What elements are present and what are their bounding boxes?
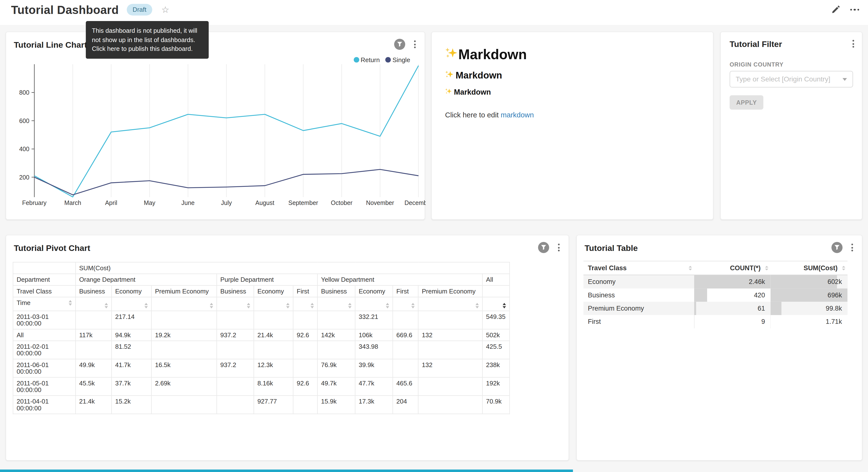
pivot-value-cell: 117k <box>75 329 112 341</box>
scroll-indicator[interactable] <box>0 469 573 472</box>
filter-card-title: Tutorial Filter <box>730 39 850 49</box>
page-title: Tutorial Dashboard <box>11 3 119 16</box>
markdown-card: Markdown Markdown Markdown Click here to… <box>431 32 714 220</box>
svg-text:December: December <box>404 199 426 206</box>
pivot-kebab-icon[interactable] <box>556 243 562 253</box>
sort-icon[interactable] <box>247 303 250 308</box>
svg-text:April: April <box>105 199 117 206</box>
pivot-value-cell <box>217 395 254 414</box>
svg-text:800: 800 <box>19 89 29 96</box>
edit-pencil-icon[interactable] <box>831 5 840 14</box>
sparkles-icon <box>445 88 452 96</box>
line-chart-card: Tutorial Line Chart ReturnSingle 2004006… <box>6 32 425 220</box>
pivot-value-cell: 49.7k <box>317 377 355 395</box>
table-cell-travel-class: Business <box>583 289 694 302</box>
pivot-value-cell: 76.9k <box>317 359 355 377</box>
pivot-value-cell: 106k <box>355 329 393 341</box>
select-placeholder: Type or Select [Origin Country] <box>736 75 843 83</box>
origin-country-select[interactable]: Type or Select [Origin Country] <box>730 71 853 88</box>
sort-icon[interactable] <box>386 303 389 308</box>
dashboard-page: Tutorial Dashboard Draft ☆ This dashboar… <box>0 0 868 472</box>
filter-indicator-icon[interactable] <box>538 242 549 253</box>
sort-icon[interactable] <box>688 266 692 270</box>
markdown-edit-link[interactable]: markdown <box>501 111 534 119</box>
sort-icon[interactable] <box>503 303 506 308</box>
sort-icon[interactable] <box>311 303 314 308</box>
pivot-sort-cell <box>355 297 393 311</box>
pivot-value-cell: 669.6 <box>393 329 418 341</box>
pivot-value-cell: 21.4k <box>254 329 293 341</box>
table-cell-value: 99.8k <box>770 302 847 315</box>
pivot-column-header: Premium Economy <box>418 286 483 297</box>
pivot-value-cell: 425.5 <box>483 341 509 359</box>
svg-text:September: September <box>288 199 318 206</box>
pivot-value-cell: 927.77 <box>254 395 293 414</box>
pivot-column-group-header: Yellow Department <box>317 274 483 286</box>
column-header[interactable]: COUNT(*) <box>694 261 770 275</box>
pivot-value-cell: 17.3k <box>355 395 393 414</box>
table-card: Tutorial Table Travel ClassCOUNT(*)SUM(C… <box>576 235 862 461</box>
favorite-star-icon[interactable]: ☆ <box>161 4 169 15</box>
pivot-value-cell: 465.6 <box>393 377 418 395</box>
pivot-value-cell <box>293 395 318 414</box>
filter-indicator-icon[interactable] <box>394 39 405 50</box>
pivot-chart-title: Tutorial Pivot Chart <box>14 243 538 252</box>
pivot-sort-cell <box>393 297 418 311</box>
pivot-value-cell: 92.6 <box>293 377 318 395</box>
pivot-value-cell: 19.2k <box>151 329 217 341</box>
pivot-row-header: 2011-03-01 00:00:00 <box>13 311 75 329</box>
table-row: First91.71k <box>583 315 847 328</box>
publish-tooltip[interactable]: This dashboard is not published, it will… <box>86 21 209 59</box>
sort-icon[interactable] <box>105 303 108 308</box>
markdown-paragraph: Click here to edit markdown <box>445 111 700 119</box>
pivot-value-cell: 549.35 <box>483 311 509 329</box>
filter-kebab-icon[interactable] <box>850 39 857 49</box>
pivot-value-cell: 937.2 <box>217 329 254 341</box>
pivot-value-cell: 238k <box>483 359 509 377</box>
pivot-value-cell <box>75 341 112 359</box>
filter-indicator-icon[interactable] <box>832 242 843 253</box>
markdown-heading-1: Markdown <box>445 47 700 63</box>
column-header-label: COUNT(*) <box>730 264 761 272</box>
pivot-value-cell: 15.2k <box>112 395 151 414</box>
table-card-title: Tutorial Table <box>585 243 832 252</box>
pivot-time-label: Time <box>17 300 31 306</box>
pivot-value-cell <box>418 311 483 329</box>
sort-icon[interactable] <box>411 303 415 308</box>
pivot-value-cell: 41.7k <box>112 359 151 377</box>
pivot-sort-cell <box>217 297 254 311</box>
table-cell-value: 696k <box>770 289 847 302</box>
svg-text:200: 200 <box>19 174 29 181</box>
pivot-column-header: Premium Economy <box>151 286 217 297</box>
column-header[interactable]: Travel Class <box>583 261 694 275</box>
column-header[interactable]: SUM(Cost) <box>770 261 847 275</box>
pivot-value-cell: 47.7k <box>355 377 393 395</box>
sort-icon[interactable] <box>842 266 845 270</box>
pivot-value-cell: 39.9k <box>355 359 393 377</box>
pivot-value-cell: 81.52 <box>112 341 151 359</box>
pivot-row-header: All <box>13 329 75 341</box>
pivot-value-cell <box>317 311 355 329</box>
line-chart-kebab-icon[interactable] <box>412 39 418 50</box>
pivot-sort-cell <box>293 297 318 311</box>
sort-icon[interactable] <box>475 303 479 308</box>
table-kebab-icon[interactable] <box>849 243 855 253</box>
sort-icon[interactable] <box>765 266 769 270</box>
sort-icon[interactable] <box>69 300 72 306</box>
pivot-chart-card: Tutorial Pivot Chart SUM(Cost)Department… <box>6 235 569 461</box>
pivot-sort-cell <box>254 297 293 311</box>
sort-icon[interactable] <box>286 303 289 308</box>
draft-badge[interactable]: Draft <box>126 4 152 16</box>
pivot-value-cell: 70.9k <box>483 395 509 414</box>
apply-button[interactable]: APPLY <box>730 95 763 110</box>
more-menu-icon[interactable] <box>850 7 859 13</box>
sort-icon[interactable] <box>210 303 213 308</box>
pivot-sort-cell <box>75 297 112 311</box>
sort-icon[interactable] <box>145 303 148 308</box>
svg-text:November: November <box>366 199 394 206</box>
pivot-value-cell: 94.9k <box>112 329 151 341</box>
pivot-row-header: 2011-06-01 00:00:00 <box>13 359 75 377</box>
sort-icon[interactable] <box>348 303 351 308</box>
pivot-column-header: Business <box>75 286 112 297</box>
filter-card: Tutorial Filter ORIGIN COUNTRY Type or S… <box>720 32 862 220</box>
